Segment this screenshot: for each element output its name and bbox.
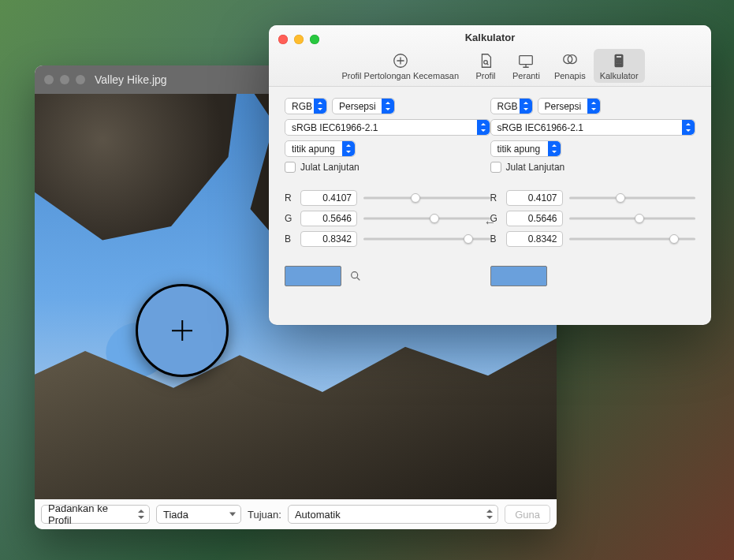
channel-label: R (285, 192, 294, 203)
colorsync-tabbar: Profil Pertolongan Kecemasan Profil Pera… (269, 49, 711, 83)
svg-point-7 (616, 60, 617, 62)
svg-point-12 (620, 63, 622, 65)
left-g-input[interactable]: 0.5646 (300, 211, 357, 226)
match-to-profile-label: Padankan ke Profil (48, 502, 133, 526)
image-window-title: Valley Hike.jpg (95, 73, 167, 86)
device-icon (517, 52, 535, 69)
tab-label: Kalkulator (600, 71, 639, 80)
left-format-select[interactable]: titik apung (285, 140, 356, 157)
profile-icon (477, 52, 494, 69)
left-b-input[interactable]: 0.8342 (300, 231, 357, 247)
apply-button[interactable]: Guna (505, 505, 550, 524)
tab-filter[interactable]: Penapis (548, 49, 592, 83)
channel-label: G (285, 213, 294, 224)
left-channel-r: R 0.4107 (285, 190, 490, 206)
channel-label: B (285, 233, 294, 245)
left-r-slider[interactable] (363, 192, 490, 204)
right-b-input[interactable]: 0.8342 (506, 231, 563, 247)
left-g-slider[interactable] (363, 212, 490, 225)
right-channel-g: G 0.5646 (490, 211, 696, 226)
tab-profile[interactable]: Profil (467, 49, 505, 83)
right-g-input[interactable]: 0.5646 (506, 211, 563, 226)
select-value: Persepsi (545, 101, 582, 112)
left-b-slider[interactable] (363, 233, 490, 245)
svg-point-8 (618, 60, 620, 62)
select-value: sRGB IEC61966-2.1 (292, 122, 378, 133)
colorsync-window: Kalkulator Profil Pertolongan Kecemasan … (269, 25, 711, 325)
color-picker-loupe[interactable] (136, 284, 229, 377)
tab-label: Penapis (554, 71, 586, 80)
first-aid-icon (392, 52, 409, 69)
right-b-slider[interactable] (569, 233, 696, 245)
right-format-select[interactable]: titik apung (490, 140, 561, 157)
left-profile-select[interactable]: sRGB IEC61966-2.1 (285, 119, 490, 136)
svg-rect-6 (616, 56, 621, 58)
minimize-icon[interactable] (294, 35, 304, 44)
match-to-profile-select[interactable]: Padankan ke Profil (41, 505, 150, 524)
right-r-slider[interactable] (569, 192, 696, 204)
svg-point-9 (620, 60, 622, 62)
left-color-swatch (285, 266, 341, 286)
maximize-icon[interactable] (76, 75, 85, 84)
right-color-model-select[interactable]: RGB (490, 98, 533, 114)
crosshair-icon (138, 286, 226, 375)
apply-button-label: Guna (515, 509, 540, 521)
select-value: RGB (497, 101, 518, 112)
left-color-model-select[interactable]: RGB (285, 98, 327, 114)
select-value: sRGB IEC61966-2.1 (497, 122, 583, 133)
checkbox-icon (490, 162, 501, 173)
colorsync-titlebar[interactable]: Kalkulator Profil Pertolongan Kecemasan … (269, 25, 711, 87)
channel-label: B (490, 233, 500, 245)
right-panel: RGB Persepsi sRGB IEC61966-2.1 titik apu… (490, 98, 696, 315)
checkbox-label: Julat Lanjutan (506, 162, 565, 173)
left-channel-g: G 0.5646 (285, 211, 490, 226)
minimize-icon[interactable] (60, 75, 69, 84)
svg-point-10 (616, 63, 617, 65)
tab-label: Peranti (512, 71, 540, 80)
close-icon[interactable] (278, 35, 288, 44)
tab-label: Profil (475, 71, 495, 80)
tab-device[interactable]: Peranti (506, 49, 546, 83)
right-profile-select[interactable]: sRGB IEC61966-2.1 (490, 119, 696, 136)
select-value: titik apung (497, 144, 541, 155)
profile-select-value: Tiada (163, 509, 188, 521)
right-extended-range-checkbox[interactable]: Julat Lanjutan (490, 162, 696, 173)
close-icon[interactable] (44, 75, 54, 84)
select-value: RGB (292, 101, 312, 112)
right-g-slider[interactable] (569, 212, 696, 225)
calculator-icon (610, 52, 628, 69)
destination-label: Tujuan: (248, 509, 281, 521)
colorsync-traffic-lights (278, 35, 319, 44)
select-value: Persepsi (339, 101, 376, 112)
image-window-toolbar: Padankan ke Profil Tiada Tujuan: Automat… (35, 499, 557, 529)
eyedropper-magnifier-icon[interactable] (349, 270, 362, 282)
right-intent-select[interactable]: Persepsi (538, 98, 601, 114)
checkbox-icon (285, 162, 296, 173)
destination-select[interactable]: Automatik (288, 505, 498, 524)
right-color-swatch (490, 266, 547, 286)
tab-calculator[interactable]: Kalkulator (594, 49, 645, 83)
tab-first-aid[interactable]: Profil Pertolongan Kecemasan (335, 49, 465, 83)
image-window-traffic-lights (44, 75, 85, 84)
checkbox-label: Julat Lanjutan (300, 162, 360, 173)
filter-icon (561, 52, 579, 69)
channel-label: R (490, 192, 500, 203)
left-channel-b: B 0.8342 (285, 231, 490, 247)
tab-label: Profil Pertolongan Kecemasan (341, 71, 459, 80)
right-channel-r: R 0.4107 (490, 190, 696, 206)
left-extended-range-checkbox[interactable]: Julat Lanjutan (285, 162, 490, 173)
svg-rect-2 (520, 56, 533, 65)
svg-point-13 (352, 272, 358, 278)
colorsync-body: RGB Persepsi sRGB IEC61966-2.1 titik apu… (269, 87, 711, 325)
svg-point-11 (618, 63, 620, 65)
direction-arrow-icon[interactable]: ← (484, 215, 497, 230)
colorsync-window-title: Kalkulator (269, 25, 711, 43)
right-r-input[interactable]: 0.4107 (506, 190, 563, 206)
right-channel-b: B 0.8342 (490, 231, 696, 247)
maximize-icon[interactable] (310, 35, 319, 44)
left-intent-select[interactable]: Persepsi (332, 98, 395, 114)
left-r-input[interactable]: 0.4107 (300, 190, 357, 206)
select-value: titik apung (292, 144, 335, 155)
profile-select[interactable]: Tiada (156, 505, 241, 524)
destination-select-value: Automatik (295, 509, 341, 521)
